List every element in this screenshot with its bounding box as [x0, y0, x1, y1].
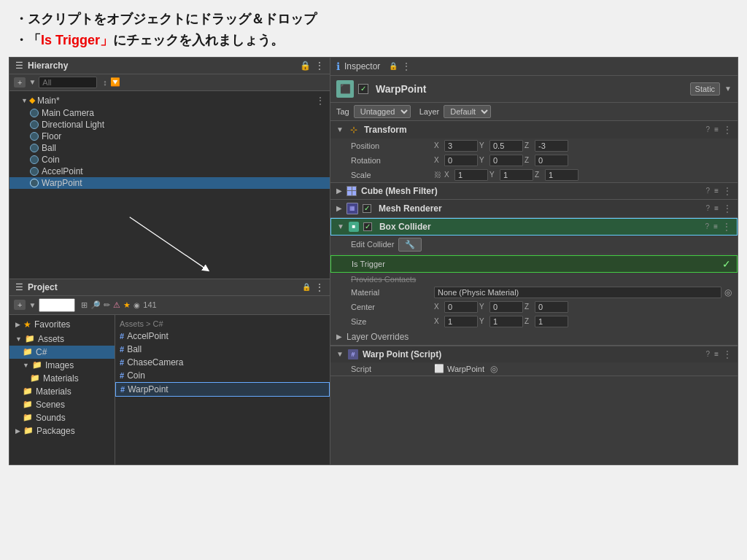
hierarchy-scene-root[interactable]: ▼ ◆ Main* ⋮ [9, 94, 330, 107]
project-images-folder[interactable]: ▼ 📁 Images [9, 359, 115, 372]
ball-hash-icon: # [120, 345, 124, 354]
file-accelpoint[interactable]: # AccelPoint [115, 330, 330, 343]
mesh-renderer-settings-icon[interactable]: ≡ [714, 204, 719, 212]
hierarchy-item-maincamera[interactable]: Main Camera [9, 107, 330, 119]
scale-label: Scale [351, 171, 431, 179]
hierarchy-item-floor[interactable]: Floor [9, 131, 330, 142]
project-icon1[interactable]: ⊞ [81, 300, 88, 310]
hierarchy-item-directionallight[interactable]: Directional Light [9, 119, 330, 131]
hierarchy-item-ball[interactable]: Ball [9, 142, 330, 154]
project-materials-folder[interactable]: 📁 Materials [9, 385, 115, 398]
scale-y-input[interactable] [500, 169, 533, 181]
warp-point-script-component: ▼ # Warp Point (Script) ? ≡ ⋮ Script ⬜ W… [330, 346, 738, 376]
transform-settings-icon[interactable]: ≡ [714, 125, 719, 133]
scale-z-input[interactable] [545, 169, 578, 181]
file-coin[interactable]: # Coin [115, 369, 330, 382]
scale-fields: ⛓ X Y Z [434, 169, 732, 181]
static-dropdown-arrow[interactable]: ▼ [724, 85, 732, 93]
rot-y-input[interactable] [489, 155, 523, 166]
material-picker-icon[interactable]: ◎ [724, 287, 732, 298]
file-chasecamera[interactable]: # ChaseCamera [115, 356, 330, 369]
scene-dots[interactable]: ⋮ [315, 95, 325, 106]
transform-dots-icon[interactable]: ⋮ [723, 125, 732, 135]
size-z-input[interactable] [535, 316, 568, 327]
project-warning-icon[interactable]: ⚠ [113, 300, 120, 310]
inspector-tag-layer: Tag Untagged Layer Default [330, 103, 738, 121]
transform-help-icon[interactable]: ? [706, 125, 711, 133]
scale-x-input[interactable] [454, 169, 488, 181]
box-collider-header[interactable]: ▼ ■ ✓ Box Collider ? ≡ ⋮ [330, 218, 738, 236]
hierarchy-add-button[interactable]: + [14, 77, 26, 88]
script-help-icon[interactable]: ? [706, 350, 711, 358]
static-button[interactable]: Static [690, 82, 721, 96]
warp-point-script-header[interactable]: ▼ # Warp Point (Script) ? ≡ ⋮ [330, 346, 738, 362]
cube-mesh-filter-header[interactable]: ▶ Cube (Mesh Filter) ? ≡ ⋮ [330, 183, 738, 199]
size-x-input[interactable] [444, 316, 478, 327]
layer-overrides-row[interactable]: ▶ Layer Overrides [330, 329, 738, 346]
hierarchy-sort-icon[interactable]: ↕ [103, 78, 107, 87]
script-settings-icon[interactable]: ≡ [714, 350, 719, 358]
file-warppoint[interactable]: # WarpPoint [115, 382, 330, 397]
project-icon2[interactable]: 🔎 [90, 300, 101, 310]
size-y-input[interactable] [489, 316, 523, 327]
inspector-dots-icon[interactable]: ⋮ [402, 61, 411, 71]
hierarchy-filter-icon[interactable]: 🔽 [110, 77, 120, 87]
box-collider-help-icon[interactable]: ? [705, 222, 710, 230]
center-x-input[interactable] [444, 301, 478, 313]
pos-x-input[interactable] [444, 140, 478, 152]
project-assets-root[interactable]: ▼ 📁 Assets [9, 332, 115, 346]
script-dots-icon[interactable]: ⋮ [723, 349, 732, 359]
scenes-folder-icon: 📁 [23, 400, 33, 409]
project-star-icon[interactable]: ★ [123, 300, 131, 310]
mesh-renderer-checkbox[interactable]: ✓ [363, 204, 371, 213]
hierarchy-search-input[interactable] [39, 77, 97, 88]
transform-header[interactable]: ▼ ⊹ Transform ? ≡ ⋮ [330, 121, 738, 139]
mesh-renderer-help-icon[interactable]: ? [706, 204, 711, 212]
center-y-input[interactable] [489, 301, 523, 313]
project-csharp-folder[interactable]: 📁 C# [9, 346, 115, 359]
hierarchy-item-coin[interactable]: Coin [9, 154, 330, 166]
transform-scale-row: Scale ⛓ X Y Z [330, 168, 738, 182]
edit-collider-button[interactable]: 🔧 [398, 238, 422, 252]
script-picker-icon[interactable]: ◎ [490, 364, 498, 374]
is-trigger-row: Is Trigger ✓ [330, 255, 738, 273]
hierarchy-item-accelpoint[interactable]: AccelPoint [9, 166, 330, 177]
box-collider-settings-icon[interactable]: ≡ [713, 222, 718, 230]
warppoint-hash-icon: # [120, 385, 125, 394]
rot-z-input[interactable] [535, 155, 568, 166]
project-dots-icon[interactable]: ⋮ [315, 282, 324, 292]
project-lock-icon[interactable]: 🔒 [302, 283, 311, 291]
center-z-input[interactable] [535, 301, 568, 313]
pos-y-input[interactable] [489, 140, 523, 152]
project-packages-folder[interactable]: ▶ 📁 Packages [9, 424, 115, 438]
images-label: Images [45, 360, 74, 370]
tag-select[interactable]: Untagged [354, 105, 411, 118]
mesh-filter-settings-icon[interactable]: ≡ [714, 187, 719, 195]
project-favorites[interactable]: ▶ ★ Favorites [9, 318, 115, 331]
project-icon3[interactable]: ✏ [104, 300, 110, 310]
project-add-button[interactable]: + [14, 300, 26, 310]
script-value: ⬜ WarpPoint [434, 364, 484, 373]
pos-z-input[interactable] [535, 140, 568, 152]
object-active-checkbox[interactable]: ✓ [358, 84, 368, 94]
box-collider-checkbox[interactable]: ✓ [363, 222, 372, 231]
project-sounds-folder[interactable]: 📁 Sounds [9, 411, 115, 424]
hierarchy-lock-icon[interactable]: 🔒 [300, 61, 311, 71]
project-search-input[interactable] [39, 298, 75, 312]
project-scenes-folder[interactable]: 📁 Scenes [9, 398, 115, 411]
maincamera-icon [30, 109, 39, 117]
layer-select[interactable]: Default [444, 105, 491, 118]
mesh-filter-help-icon[interactable]: ? [706, 187, 711, 195]
hierarchy-item-warppoint[interactable]: WarpPoint [9, 177, 330, 189]
transform-component: ▼ ⊹ Transform ? ≡ ⋮ Position X Y Z [330, 121, 738, 183]
file-ball[interactable]: # Ball [115, 343, 330, 356]
mesh-renderer-dots-icon[interactable]: ⋮ [723, 203, 732, 214]
mesh-filter-dots-icon[interactable]: ⋮ [723, 186, 732, 196]
box-collider-dots-icon[interactable]: ⋮ [722, 222, 731, 232]
hierarchy-dots-icon[interactable]: ⋮ [315, 61, 324, 71]
center-x-label: X [434, 303, 443, 311]
inspector-lock-icon[interactable]: 🔒 [389, 62, 398, 70]
rot-x-input[interactable] [444, 155, 478, 166]
project-materials-sub-folder[interactable]: 📁 Materials [9, 372, 115, 385]
mesh-renderer-header[interactable]: ▶ ▦ ✓ Mesh Renderer ? ≡ ⋮ [330, 200, 738, 217]
